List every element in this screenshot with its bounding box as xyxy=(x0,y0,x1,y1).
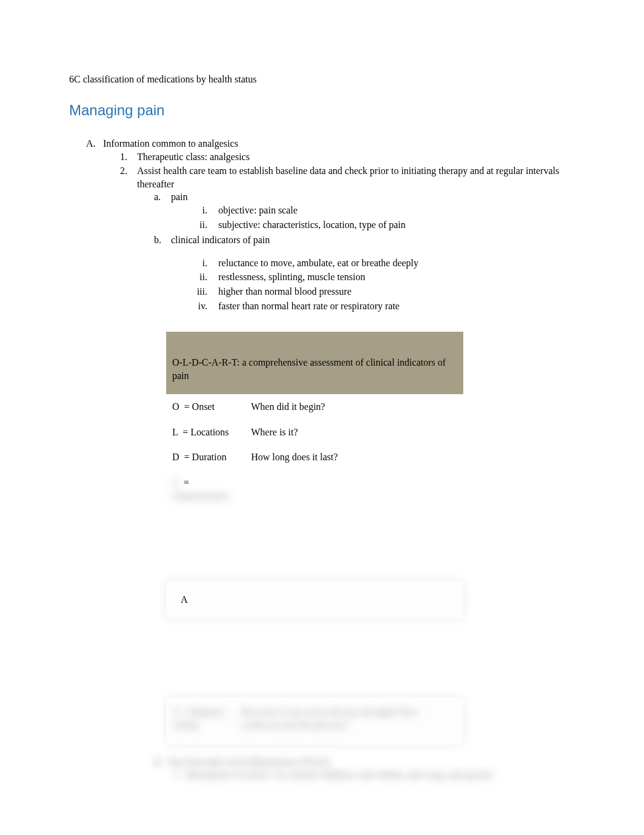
document-subtitle: 6C classification of medications by heal… xyxy=(69,73,575,86)
table-cell-question: When did it begin? xyxy=(245,394,463,420)
list-item-text: objective: pain scale xyxy=(218,205,298,215)
list-item-text: Information common to analgesics xyxy=(103,138,238,149)
table-cell-term: O = Onset xyxy=(166,394,245,420)
mnemonic-letter: A xyxy=(181,594,188,605)
list-marker: ii. xyxy=(189,218,218,232)
mnemonic-letter: D xyxy=(172,452,179,462)
blurred-content-block: T = Temporal How does it vary across the… xyxy=(166,697,463,745)
blurred-content: Characteristics xyxy=(172,491,230,501)
list-item-text: reluctance to move, ambulate, eat or bre… xyxy=(218,258,418,268)
list-marker: 2. xyxy=(120,164,137,315)
table-cell-term: L = Locations xyxy=(166,420,245,445)
list-item-text: higher than normal blood pressure xyxy=(218,286,352,297)
table-cell-term: D = Duration xyxy=(166,444,245,470)
table-cell-question: How long does it last? xyxy=(245,444,463,470)
list-marker: a. xyxy=(154,190,171,232)
list-marker: i. xyxy=(189,204,218,217)
list-item-text: Assist health care team to establish bas… xyxy=(137,166,559,189)
list-item-text: clinical indicators of pain xyxy=(171,235,270,245)
blurred-content: B. Non-Steroidal Anti-Inflammatory (NSAI… xyxy=(154,756,575,782)
list-marker: 1. xyxy=(120,150,137,164)
table-cell-term: C = Characteristics xyxy=(166,470,245,508)
blurred-row-block: A xyxy=(166,581,463,619)
blurred-content: C xyxy=(172,477,179,488)
mnemonic-term: = Locations xyxy=(183,427,229,437)
mnemonic-letter: L xyxy=(172,427,178,437)
table-cell-question: Where is it? xyxy=(245,420,463,445)
table-cell-term: A xyxy=(175,593,253,606)
blurred-content: T = Temporal How does it vary across the… xyxy=(173,706,456,731)
list-marker: b. xyxy=(154,233,171,314)
list-item-text: subjective: characteristics, location, t… xyxy=(218,220,406,230)
table-header: O-L-D-C-A-R-T: a comprehensive assessmen… xyxy=(166,332,463,394)
list-marker: iii. xyxy=(189,285,218,298)
outline-root: A. Information common to analgesics 1. T… xyxy=(86,137,575,316)
list-item-text: restlessness, splinting, muscle tension xyxy=(218,272,365,282)
table-cell-question xyxy=(255,593,455,606)
mnemonic-term: = xyxy=(184,477,189,488)
list-marker: iv. xyxy=(189,300,218,313)
list-item-text: pain xyxy=(171,192,188,202)
section-heading-managing-pain: Managing pain xyxy=(69,101,575,120)
list-item-text: faster than normal heart rate or respira… xyxy=(218,301,400,311)
list-item-text: Therapeutic class: analgesics xyxy=(137,152,250,162)
mnemonic-term: = Duration xyxy=(184,452,227,462)
list-marker: ii. xyxy=(189,270,218,284)
table-cell-question xyxy=(245,470,463,508)
oldcart-table: O-L-D-C-A-R-T: a comprehensive assessmen… xyxy=(166,332,463,508)
mnemonic-letter: O xyxy=(172,401,179,412)
list-marker: A. xyxy=(86,137,103,316)
list-marker: i. xyxy=(189,257,218,270)
mnemonic-term: = Onset xyxy=(184,401,215,412)
